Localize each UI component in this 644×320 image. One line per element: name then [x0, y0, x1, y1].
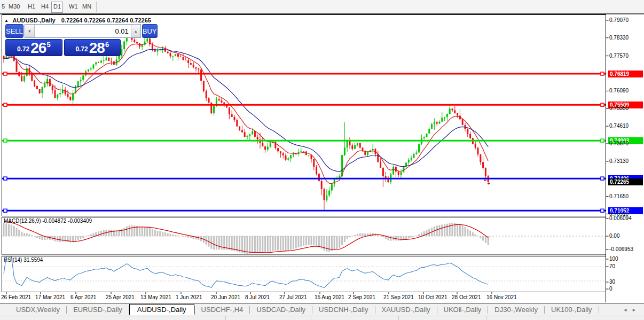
candle-body [408, 160, 410, 162]
price-axis-tick: 0.73870 [609, 141, 642, 147]
candle-body [234, 117, 235, 120]
buy-price-display[interactable]: 0.72 28 6 [64, 39, 121, 56]
candle-body [157, 50, 159, 52]
candle-body [331, 184, 333, 191]
date-axis-label: 10 Oct 2021 [418, 294, 447, 300]
candle-body [485, 168, 486, 176]
candle-body [426, 134, 428, 137]
hline-anchor [4, 209, 7, 212]
sell-price-prefix: 0.72 [17, 45, 29, 53]
candle-body [175, 54, 176, 56]
candle-body [413, 154, 415, 158]
date-axis-label: 17 Mar 2021 [35, 294, 65, 300]
timeframe-button-d1[interactable]: D1 [51, 2, 63, 13]
timeframe-button-w1[interactable]: W1 [67, 2, 80, 12]
hline-anchor [4, 103, 7, 106]
tab-audusddaily[interactable]: AUDUSD-,Daily [129, 304, 194, 315]
price-chart-canvas[interactable] [0, 14, 644, 303]
candle-body [247, 136, 248, 137]
candle-body [462, 119, 464, 125]
timeframe-button-h1[interactable]: H1 [26, 2, 37, 12]
candle-body [277, 148, 279, 151]
chart-header: ▲ AUDUSD-,Daily 0.72264 0.72266 0.72264 … [4, 17, 151, 24]
tab-usdcaddaily[interactable]: USDCAD-,Daily [250, 305, 312, 315]
sell-button[interactable]: SELL [5, 24, 23, 38]
candle-body [287, 159, 289, 160]
candle-body [395, 167, 397, 171]
tab-scroll-left-icon[interactable]: ◄ [623, 307, 632, 313]
tab-eurusddaily[interactable]: EURUSD-,Daily [67, 305, 129, 315]
candle-body [257, 137, 258, 139]
candle-body [236, 120, 238, 127]
tab-scroll-right-icon[interactable]: ► [632, 307, 641, 313]
candle-body [328, 191, 330, 196]
candle-body [139, 43, 140, 46]
tab-xauusddaily[interactable]: XAUUSD-,Daily [375, 305, 437, 315]
candle-body [382, 168, 384, 176]
price-axis-tick: 0.73130 [609, 158, 642, 165]
candle-body [65, 90, 66, 95]
date-axis-label: 8 Jul 2021 [245, 294, 270, 300]
candle-body [190, 63, 192, 65]
rsi-scale-label: 100 [609, 256, 642, 262]
tab-usdcnhdaily[interactable]: USDCNH-,Daily [312, 305, 374, 315]
candle-body [193, 65, 194, 67]
tab-dj30weekly[interactable]: DJ30-,Weekly [488, 305, 544, 315]
status-separator [486, 316, 486, 320]
candle-body [241, 130, 243, 132]
candle-body [108, 58, 109, 61]
tab-uk100daily[interactable]: UK100-,Daily [545, 305, 599, 315]
candle-body [351, 145, 353, 149]
tab-usdxweekly[interactable]: USDX,Weekly [10, 305, 66, 315]
price-axis-tick: 0.75350 [609, 105, 642, 112]
date-axis-label: 21 Sep 2021 [383, 294, 414, 300]
candle-body [469, 134, 471, 138]
volume-decrease-button[interactable]: ▼ [25, 25, 35, 37]
hline-anchor [601, 72, 604, 75]
candle-body [23, 76, 25, 81]
volume-increase-button[interactable]: ▲ [131, 25, 140, 37]
candle-body [446, 114, 448, 117]
price-axis-tick: 0.78330 [609, 35, 642, 41]
candle-body [185, 60, 186, 60]
candle-body [231, 114, 233, 117]
timeframe-button-mn[interactable]: MN [81, 2, 93, 12]
candle-body [46, 79, 48, 84]
candle-body [103, 60, 105, 61]
timeframe-button-m30[interactable]: M30 [7, 2, 21, 12]
date-axis-label: 28 Oct 2021 [452, 294, 481, 300]
price-axis-tick: 0.76090 [609, 88, 642, 94]
sell-price-display[interactable]: 0.72 26 5 [5, 39, 62, 56]
candle-body [98, 63, 99, 63]
status-bar [0, 316, 644, 320]
candle-body [392, 167, 394, 174]
candle-body [252, 131, 253, 135]
timeframe-button-5[interactable]: 5 [0, 2, 6, 12]
candle-body [452, 108, 453, 110]
rsi-scale-label: 70 [609, 263, 642, 270]
candle-body [90, 68, 92, 69]
hline-anchor [601, 177, 604, 180]
buy-price-big: 28 [89, 41, 105, 55]
date-axis-label: 20 Jun 2021 [211, 294, 240, 300]
candle-body [229, 107, 230, 114]
date-axis-label: 6 Apr 2021 [70, 294, 96, 300]
tab-usdchfh4[interactable]: USDCHF-,H4 [195, 305, 250, 315]
buy-price-prefix: 0.72 [75, 45, 88, 53]
timeframe-button-h4[interactable]: H4 [40, 2, 50, 12]
candle-body [206, 91, 207, 98]
volume-input[interactable] [35, 25, 131, 37]
candle-body [316, 167, 317, 174]
one-click-trading-panel: SELL ▼ ▲ BUY 0.72 26 5 0.72 28 6 [5, 24, 121, 56]
candle-body [418, 144, 420, 153]
candle-body [200, 69, 202, 81]
hline-anchor [4, 177, 7, 180]
candle-body [221, 100, 223, 103]
candle-body [208, 98, 210, 103]
collapse-icon[interactable]: ▲ [4, 18, 9, 23]
candle-body [431, 124, 433, 129]
buy-button[interactable]: BUY [142, 24, 158, 38]
candle-body [270, 143, 271, 147]
candle-body [441, 118, 443, 121]
tab-ukoildaily[interactable]: UKOil-,Daily [437, 305, 488, 315]
